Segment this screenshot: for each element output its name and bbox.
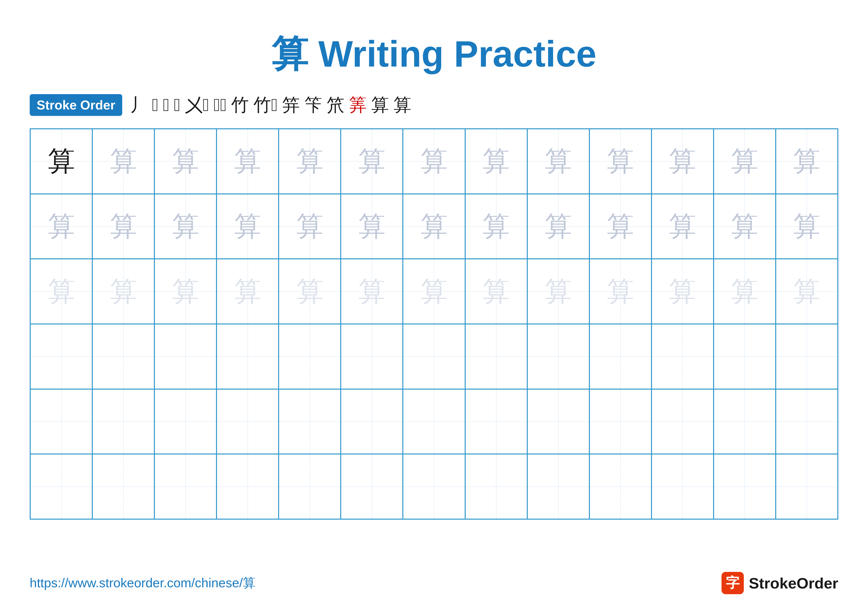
grid-cell[interactable] — [154, 324, 217, 389]
grid-cell[interactable] — [714, 454, 776, 519]
grid-cell[interactable] — [465, 454, 527, 519]
grid-cell[interactable] — [30, 324, 92, 389]
grid-cell[interactable] — [776, 454, 838, 519]
cell-char: 算 — [234, 148, 261, 175]
grid-cell[interactable]: 算 — [714, 259, 776, 324]
grid-cell[interactable]: 算 — [217, 259, 279, 324]
grid-cell[interactable] — [776, 324, 838, 389]
grid-cell[interactable] — [651, 389, 714, 454]
grid-cell[interactable] — [714, 389, 776, 454]
grid-cell[interactable] — [651, 454, 714, 519]
grid-cell[interactable]: 算 — [527, 129, 589, 194]
grid-cell[interactable] — [527, 454, 589, 519]
grid-cell[interactable] — [217, 389, 279, 454]
grid-cell[interactable]: 算 — [30, 194, 92, 259]
grid-cell[interactable] — [589, 454, 651, 519]
grid-cell[interactable] — [589, 324, 651, 389]
cell-char: 算 — [545, 148, 572, 175]
grid-cell[interactable] — [341, 454, 403, 519]
grid-cell[interactable] — [465, 389, 527, 454]
grid-cell[interactable] — [651, 324, 714, 389]
grid-cell[interactable]: 算 — [217, 129, 279, 194]
cell-char: 算 — [358, 213, 386, 240]
grid-cell[interactable]: 算 — [776, 194, 838, 259]
grid-cell[interactable]: 算 — [341, 129, 403, 194]
grid-cell[interactable]: 算 — [527, 194, 589, 259]
footer-logo: 字 StrokeOrder — [722, 572, 838, 594]
grid-cell[interactable] — [341, 389, 403, 454]
grid-cell[interactable]: 算 — [651, 259, 714, 324]
stroke-13: 算 — [371, 96, 389, 114]
grid-cell[interactable]: 算 — [589, 259, 651, 324]
cell-char: 算 — [793, 148, 820, 175]
cell-char: 算 — [607, 148, 634, 175]
footer-url[interactable]: https://www.strokeorder.com/chinese/算 — [30, 574, 256, 592]
cell-char: 算 — [482, 278, 510, 305]
grid-cell[interactable]: 算 — [92, 129, 154, 194]
grid-cell[interactable] — [776, 389, 838, 454]
grid-cell[interactable] — [92, 324, 154, 389]
grid-cell[interactable]: 算 — [92, 194, 154, 259]
cell-char: 算 — [110, 213, 137, 240]
grid-cell[interactable]: 算 — [714, 129, 776, 194]
cell-char: 算 — [545, 278, 572, 305]
grid-cell[interactable] — [30, 454, 92, 519]
grid-cell[interactable] — [527, 389, 589, 454]
cell-char: 算 — [607, 278, 634, 305]
grid-cell[interactable] — [154, 454, 217, 519]
cell-char: 算 — [669, 278, 696, 305]
grid-cell[interactable] — [403, 454, 465, 519]
grid-cell[interactable] — [589, 389, 651, 454]
grid-cell[interactable] — [714, 324, 776, 389]
grid-cell[interactable] — [279, 389, 341, 454]
cell-char: 算 — [172, 278, 199, 305]
grid-cell[interactable]: 算 — [776, 259, 838, 324]
grid-cell[interactable]: 算 — [465, 259, 527, 324]
grid-cell[interactable]: 算 — [403, 129, 465, 194]
page-title: 算 Writing Practice — [271, 33, 596, 74]
grid-cell[interactable]: 算 — [341, 259, 403, 324]
grid-cell[interactable] — [30, 389, 92, 454]
grid-cell[interactable] — [92, 454, 154, 519]
grid-cell[interactable]: 算 — [651, 129, 714, 194]
grid-cell[interactable] — [465, 324, 527, 389]
grid-cell[interactable] — [217, 324, 279, 389]
stroke-order-badge: Stroke Order — [30, 94, 122, 116]
grid-cell[interactable]: 算 — [30, 129, 92, 194]
grid-cell[interactable]: 算 — [527, 259, 589, 324]
grid-cell[interactable] — [92, 389, 154, 454]
grid-cell[interactable]: 算 — [154, 259, 217, 324]
stroke-7: 竹 — [231, 96, 249, 114]
grid-cell[interactable]: 算 — [651, 194, 714, 259]
grid-cell[interactable] — [279, 324, 341, 389]
grid-cell[interactable]: 算 — [714, 194, 776, 259]
grid-cell[interactable] — [403, 389, 465, 454]
grid-cell[interactable]: 算 — [279, 194, 341, 259]
grid-cell[interactable]: 算 — [92, 259, 154, 324]
grid-cell[interactable]: 算 — [341, 194, 403, 259]
grid-cell[interactable]: 算 — [589, 194, 651, 259]
stroke-8: 竹𠃌 — [253, 96, 277, 114]
grid-cell[interactable] — [527, 324, 589, 389]
grid-cell[interactable] — [154, 389, 217, 454]
grid-cell[interactable]: 算 — [776, 129, 838, 194]
page: 算 Writing Practice Stroke Order 丿 𠄌 𠃍 𠃋 … — [0, 0, 868, 614]
grid-cell[interactable]: 算 — [217, 194, 279, 259]
grid-cell[interactable]: 算 — [30, 259, 92, 324]
grid-cell[interactable]: 算 — [403, 194, 465, 259]
grid-cell[interactable]: 算 — [279, 259, 341, 324]
cell-char: 算 — [420, 148, 448, 175]
grid-cell[interactable]: 算 — [154, 194, 217, 259]
grid-cell[interactable]: 算 — [465, 129, 527, 194]
cell-char: 算 — [172, 213, 199, 240]
grid-cell[interactable] — [279, 454, 341, 519]
grid-cell[interactable] — [217, 454, 279, 519]
grid-cell[interactable]: 算 — [589, 129, 651, 194]
grid-cell[interactable]: 算 — [279, 129, 341, 194]
grid-cell[interactable]: 算 — [403, 259, 465, 324]
grid-cell[interactable]: 算 — [154, 129, 217, 194]
grid-cell[interactable] — [341, 324, 403, 389]
grid-cell[interactable] — [403, 324, 465, 389]
stroke-sequence: 丿 𠄌 𠃍 𠃋 㐅𠃋 𠃋𠃋 竹 竹𠃌 笄 笇 笊 筭 算 算 — [130, 96, 411, 114]
grid-cell[interactable]: 算 — [465, 194, 527, 259]
